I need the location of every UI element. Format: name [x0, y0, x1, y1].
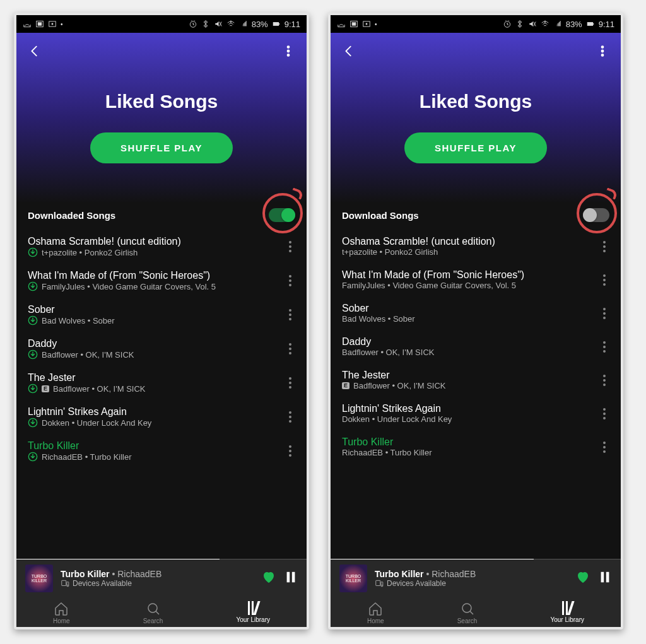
svg-rect-26	[287, 572, 290, 583]
nav-home[interactable]: Home	[367, 601, 384, 624]
shuffle-play-button[interactable]: SHUFFLE PLAY	[90, 132, 233, 163]
track-row[interactable]: Turbo Killer RichaadEB • Turbo Killer	[28, 434, 295, 468]
track-row[interactable]: Oshama Scramble! (uncut edition) t+pazol…	[28, 230, 295, 264]
download-label: Download Songs	[342, 210, 419, 221]
track-row[interactable]: The Jester EBadflower • OK, I'M SICK	[28, 366, 295, 400]
svg-point-15	[288, 54, 290, 56]
svg-rect-11	[273, 22, 278, 26]
track-row[interactable]: Daddy Badflower • OK, I'M SICK	[342, 330, 609, 363]
svg-rect-27	[292, 572, 295, 583]
status-left-icons: •	[337, 20, 377, 28]
track-artist-album: Badflower • OK, I'M SICK	[53, 384, 145, 394]
status-left-icons: •	[23, 20, 63, 28]
track-artist-album: Badflower • OK, I'M SICK	[342, 348, 434, 357]
track-more-icon[interactable]	[285, 307, 295, 323]
track-list[interactable]: Oshama Scramble! (uncut edition) t+pazol…	[16, 230, 307, 559]
clock: 9:11	[285, 20, 300, 29]
track-title: Lightnin' Strikes Again	[342, 403, 599, 414]
pause-icon[interactable]	[284, 570, 298, 587]
track-artist-album: t+pazolite • Ponko2 Girlish	[42, 248, 138, 257]
now-playing-title: Turbo Killer • RichaadEB	[375, 569, 568, 579]
track-list[interactable]: Oshama Scramble! (uncut edition) t+pazol…	[331, 230, 621, 559]
nav-home[interactable]: Home	[53, 601, 70, 624]
pause-icon[interactable]	[598, 570, 612, 587]
phone-screenshot: • 83% 9:11 Liked Songs SHUFFLE PLAY Down…	[328, 13, 623, 629]
battery-icon	[586, 20, 595, 28]
back-icon[interactable]	[28, 44, 42, 61]
track-more-icon[interactable]	[599, 305, 609, 322]
track-title: Oshama Scramble! (uncut edition)	[342, 236, 599, 247]
download-toggle-row: Download Songs	[331, 203, 621, 230]
page-title: Liked Songs	[16, 91, 307, 112]
track-more-icon[interactable]	[599, 372, 609, 389]
track-row[interactable]: The Jester EBadflower • OK, I'M SICK	[342, 363, 609, 397]
track-artist-album: Badflower • OK, I'M SICK	[353, 381, 445, 390]
library-icon	[562, 601, 572, 615]
track-row[interactable]: What I'm Made of (From "Sonic Heroes") F…	[342, 263, 609, 296]
download-label: Downloaded Songs	[28, 210, 115, 221]
overflow-menu-icon[interactable]	[596, 44, 609, 61]
liked-songs-header: Liked Songs SHUFFLE PLAY	[331, 33, 621, 203]
library-icon	[248, 601, 258, 615]
track-more-icon[interactable]	[599, 439, 609, 455]
now-playing-bar[interactable]: TURBOKILLER Turbo Killer • RichaadEB Dev…	[331, 559, 621, 597]
album-art: TURBOKILLER	[25, 565, 53, 592]
track-row[interactable]: Lightnin' Strikes Again Dokken • Under L…	[28, 400, 295, 434]
track-more-icon[interactable]	[285, 409, 295, 425]
track-row[interactable]: Sober Bad Wolves • Sober	[28, 298, 295, 332]
track-artist-album: FamilyJules • Video Game Guitar Covers, …	[342, 281, 516, 290]
track-more-icon[interactable]	[285, 443, 295, 459]
track-more-icon[interactable]	[599, 406, 609, 422]
android-status-bar: • 83% 9:11	[331, 15, 621, 33]
svg-point-28	[148, 604, 157, 612]
track-artist-album: Dokken • Under Lock And Key	[42, 418, 151, 428]
svg-rect-23	[62, 580, 66, 585]
svg-rect-36	[558, 23, 558, 26]
track-row[interactable]: What I'm Made of (From "Sonic Heroes") F…	[28, 264, 295, 298]
svg-point-44	[602, 54, 604, 56]
track-more-icon[interactable]	[285, 341, 295, 357]
like-icon[interactable]	[575, 570, 590, 587]
like-icon[interactable]	[261, 570, 276, 587]
track-row[interactable]: Turbo Killer RichaadEB • Turbo Killer	[342, 430, 609, 464]
back-icon[interactable]	[342, 44, 356, 61]
track-more-icon[interactable]	[285, 238, 295, 255]
track-title: The Jester	[342, 370, 599, 381]
track-row[interactable]: Daddy Badflower • OK, I'M SICK	[28, 332, 295, 366]
track-artist-album: t+pazolite • Ponko2 Girlish	[342, 247, 438, 257]
devices-available[interactable]: Devices Available	[375, 579, 568, 588]
overflow-menu-icon[interactable]	[281, 44, 295, 61]
devices-available[interactable]: Devices Available	[61, 579, 254, 588]
now-playing-bar[interactable]: TURBOKILLER Turbo Killer • RichaadEB Dev…	[16, 559, 307, 597]
track-title: Turbo Killer	[28, 440, 285, 452]
track-row[interactable]: Sober Bad Wolves • Sober	[342, 296, 609, 330]
track-title: Sober	[342, 303, 599, 314]
nav-library[interactable]: Your Library	[550, 601, 584, 624]
track-row[interactable]: Oshama Scramble! (uncut edition) t+pazol…	[342, 230, 609, 263]
download-toggle[interactable]	[583, 208, 609, 222]
shuffle-play-button[interactable]: SHUFFLE PLAY	[404, 132, 547, 163]
track-title: Daddy	[28, 338, 285, 349]
nav-search[interactable]: Search	[143, 601, 163, 624]
nav-search[interactable]: Search	[457, 601, 478, 624]
svg-rect-9	[245, 21, 246, 26]
svg-point-43	[602, 50, 604, 52]
battery-icon	[272, 20, 281, 28]
track-more-icon[interactable]	[599, 238, 609, 255]
track-more-icon[interactable]	[285, 272, 295, 289]
status-right-icons: 83% 9:11	[503, 20, 614, 29]
svg-rect-41	[593, 23, 594, 25]
track-more-icon[interactable]	[599, 339, 609, 355]
svg-rect-48	[601, 572, 604, 583]
nav-library[interactable]: Your Library	[236, 601, 270, 624]
track-row[interactable]: Lightnin' Strikes Again Dokken • Under L…	[342, 397, 609, 430]
svg-rect-1	[38, 23, 42, 26]
track-more-icon[interactable]	[285, 375, 295, 391]
track-more-icon[interactable]	[599, 272, 609, 288]
svg-point-25	[68, 585, 68, 586]
track-artist-album: Bad Wolves • Sober	[42, 316, 115, 325]
download-toggle[interactable]	[269, 208, 295, 222]
explicit-badge: E	[42, 385, 49, 392]
track-title: What I'm Made of (From "Sonic Heroes")	[28, 270, 285, 281]
track-artist-album: FamilyJules • Video Game Guitar Covers, …	[42, 282, 216, 291]
